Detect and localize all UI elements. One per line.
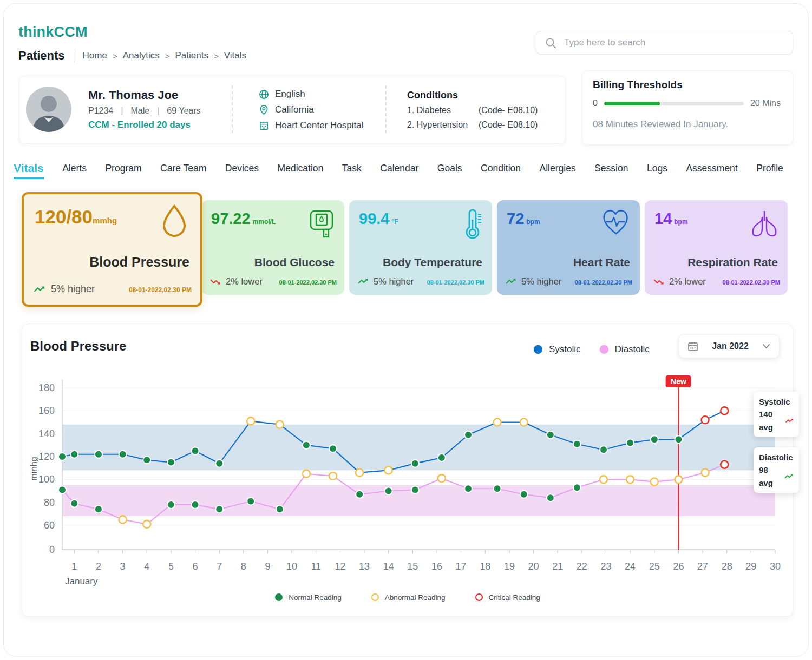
billing-min: 0	[593, 98, 598, 108]
breadcrumb-patients[interactable]: Patients	[175, 50, 208, 61]
svg-text:20: 20	[528, 561, 539, 572]
card-divider	[232, 85, 233, 133]
vital-card-body-temperature[interactable]: 99.4°F Body Temperature 5% higher 08-01-…	[349, 200, 492, 295]
tab-goals[interactable]: Goals	[437, 163, 462, 179]
breadcrumb-home[interactable]: Home	[83, 50, 107, 61]
patient-name: Mr. Thomas Joe	[88, 88, 178, 102]
tab-devices[interactable]: Devices	[225, 163, 259, 179]
heart-pulse-icon	[601, 209, 631, 239]
billing-title: Billing Thresholds	[593, 79, 683, 91]
tab-calendar[interactable]: Calendar	[380, 163, 418, 179]
vital-card-respiration-rate[interactable]: 14bpm Respiration Rate 2% lower 08-01-20…	[645, 200, 788, 295]
abnormal-reading-ring-icon	[371, 593, 379, 602]
bp-unit: mmhg	[93, 216, 117, 225]
location-pin-icon	[259, 105, 269, 115]
legend-diastolic[interactable]: Diastolic	[599, 344, 650, 355]
chart-series-legend: Systolic Diastolic	[533, 344, 650, 355]
svg-text:9: 9	[265, 561, 270, 572]
svg-text:8: 8	[241, 561, 246, 572]
svg-text:15: 15	[407, 561, 418, 572]
title-divider	[74, 49, 74, 63]
breadcrumb-vitals: Vitals	[224, 50, 246, 61]
vital-label: Blood Pressure	[89, 254, 189, 270]
search-input[interactable]	[564, 37, 784, 48]
svg-text:4: 4	[144, 561, 149, 572]
tab-allergies[interactable]: Allergies	[540, 163, 576, 179]
svg-text:3: 3	[120, 561, 126, 572]
svg-text:14: 14	[383, 561, 394, 572]
reading-status-legend: Normal Reading Abnormal Reading Critical…	[22, 593, 793, 602]
respiration-value: 14	[654, 210, 672, 227]
svg-text:30: 30	[770, 561, 781, 572]
hospital-building-icon	[259, 121, 269, 131]
thermometer-icon	[462, 209, 483, 242]
temperature-value: 99.4	[359, 210, 389, 227]
search-bar[interactable]	[536, 31, 793, 55]
svg-text:27: 27	[697, 561, 708, 572]
calendar-icon	[687, 341, 698, 352]
vital-timestamp: 08-01-2022,02.30 PM	[279, 279, 337, 286]
breadcrumb-separator: >	[214, 51, 219, 61]
tab-profile[interactable]: Profile	[756, 163, 783, 179]
svg-text:0: 0	[49, 544, 55, 555]
svg-text:22: 22	[577, 561, 587, 572]
vital-trend-text: 2% lower	[226, 276, 263, 287]
billing-note: 08 Minutes Reviewed In January.	[593, 119, 728, 130]
card-divider	[385, 85, 387, 133]
vital-trend-text: 5% higher	[521, 276, 561, 287]
tab-alerts[interactable]: Alerts	[62, 163, 87, 179]
patient-enrollment-status: CCM - Enrolled 20 days	[88, 120, 191, 130]
tab-program[interactable]: Program	[105, 163, 141, 179]
patient-info-list: English California Heart Center Hospital	[259, 89, 363, 131]
diastolic-avg-callout: Diastolic 98 avg	[754, 447, 799, 493]
vital-label: Heart Rate	[573, 256, 630, 269]
systolic-avg-callout: Systolic 140 avg	[754, 392, 799, 437]
new-badge: New	[666, 375, 691, 387]
svg-text:12: 12	[335, 561, 345, 572]
tab-vitals[interactable]: Vitals	[14, 162, 44, 179]
svg-text:23: 23	[600, 561, 611, 572]
billing-progress-track	[604, 102, 744, 105]
tab-care-team[interactable]: Care Team	[160, 163, 206, 179]
period-selector[interactable]: Jan 2022	[678, 334, 780, 358]
vital-card-blood-glucose[interactable]: 97.22mmol/L Blood Glucose 2% lower 08-01…	[201, 200, 344, 295]
patient-avatar	[26, 87, 71, 132]
tab-session[interactable]: Session	[594, 163, 628, 179]
svg-text:160: 160	[38, 405, 55, 416]
legend-systolic[interactable]: Systolic	[533, 344, 581, 355]
tab-assessment[interactable]: Assessment	[686, 163, 737, 179]
breadcrumb-separator: >	[113, 51, 117, 61]
critical-reading-ring-icon	[475, 593, 483, 602]
breadcrumb: Home > Analytics > Patients > Vitals	[83, 50, 246, 61]
tab-task[interactable]: Task	[342, 163, 362, 179]
callout-title: Diastolic	[759, 451, 794, 464]
app-logo: thinkCCM	[18, 24, 88, 41]
svg-text:10: 10	[286, 561, 297, 572]
patient-location: California	[275, 104, 314, 115]
svg-text:January: January	[65, 576, 98, 586]
svg-text:2: 2	[96, 561, 101, 572]
chart-title: Blood Pressure	[30, 339, 126, 354]
tab-medication[interactable]: Medication	[278, 163, 324, 179]
systolic-dot-icon	[533, 345, 543, 354]
trend-down-icon	[653, 278, 665, 286]
vital-timestamp: 08-01-2022,02.30 PM	[427, 279, 484, 286]
globe-icon	[259, 89, 269, 100]
patient-gender: Male	[130, 106, 149, 116]
breadcrumb-analytics[interactable]: Analytics	[123, 50, 160, 61]
trend-down-icon	[210, 278, 221, 286]
billing-progress: 0 20 Mins	[593, 98, 781, 108]
vital-card-heart-rate[interactable]: 72bpm Heart Rate 5% higher 08-01-2022,02…	[497, 200, 640, 295]
vital-card-blood-pressure-selected[interactable]: 120/80mmhg Blood Pressure 5% higher 08-0…	[22, 192, 202, 307]
svg-text:140: 140	[38, 428, 55, 439]
vital-label: Blood Glucose	[254, 256, 335, 269]
patient-hospital: Heart Center Hospital	[275, 120, 363, 131]
heart-rate-unit: bpm	[526, 218, 540, 226]
vital-timestamp: 08-01-2022,02.30 PM	[129, 286, 192, 294]
tab-logs[interactable]: Logs	[647, 163, 667, 179]
svg-text:26: 26	[673, 561, 684, 572]
tab-condition[interactable]: Condition	[481, 163, 521, 179]
callout-title: Systolic	[759, 395, 794, 408]
billing-progress-fill	[604, 102, 660, 105]
search-icon	[545, 37, 556, 49]
